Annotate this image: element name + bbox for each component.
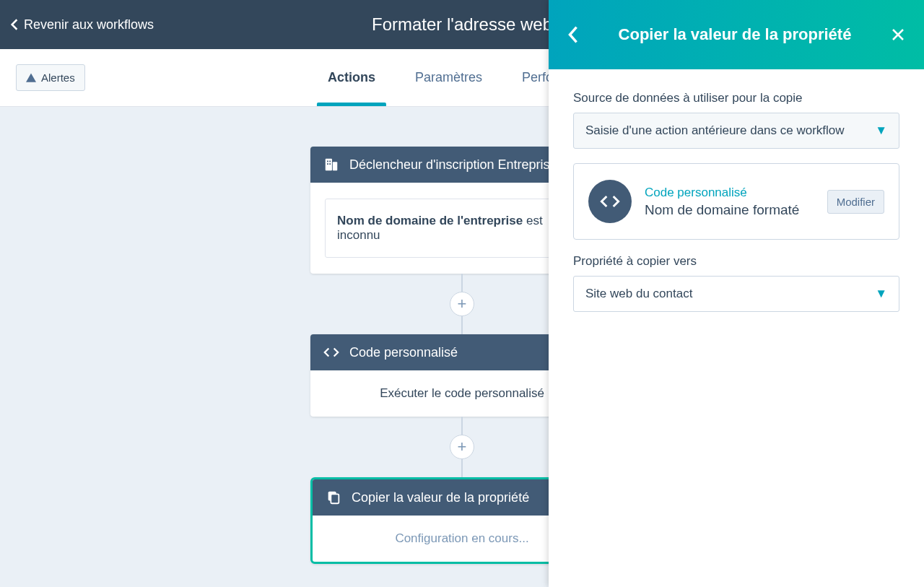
page-title: Formater l'adresse web — [372, 14, 552, 35]
chevron-left-icon — [10, 18, 19, 31]
target-select[interactable]: Site web du contact ▼ — [573, 276, 899, 312]
company-icon — [323, 157, 339, 173]
code-icon — [588, 180, 632, 223]
svg-rect-3 — [329, 161, 331, 162]
tab-settings[interactable]: Paramètres — [415, 49, 482, 106]
target-label: Propriété à copier vers — [573, 254, 899, 269]
alerts-label: Alertes — [41, 71, 75, 84]
code-icon — [323, 344, 339, 360]
svg-rect-5 — [329, 163, 331, 165]
alerts-button[interactable]: Alertes — [16, 64, 85, 91]
copy-icon — [326, 490, 341, 505]
target-value: Site web du contact — [585, 287, 692, 301]
add-action-button[interactable]: + — [450, 292, 474, 316]
add-action-button[interactable]: + — [450, 435, 474, 459]
tab-actions[interactable]: Actions — [328, 49, 375, 106]
source-sub: Nom de domaine formaté — [645, 202, 814, 218]
caret-down-icon: ▼ — [875, 287, 887, 301]
back-to-workflows-link[interactable]: Revenir aux workflows — [0, 17, 154, 32]
back-label: Revenir aux workflows — [24, 17, 154, 32]
source-link[interactable]: Code personnalisé — [645, 186, 814, 200]
source-label: Source de données à utiliser pour la cop… — [573, 91, 899, 105]
source-select[interactable]: Saisie d'une action antérieure dans ce w… — [573, 113, 899, 149]
panel-body: Source de données à utiliser pour la cop… — [549, 69, 924, 334]
copy-title: Copier la valeur de la propriété — [352, 490, 529, 505]
caret-down-icon: ▼ — [875, 123, 887, 138]
source-field: Source de données à utiliser pour la cop… — [573, 91, 899, 149]
target-field: Propriété à copier vers Site web du cont… — [573, 254, 899, 312]
svg-rect-2 — [327, 161, 328, 162]
panel-back-icon[interactable] — [567, 25, 579, 44]
warning-icon — [26, 73, 36, 82]
svg-rect-4 — [327, 163, 328, 165]
close-icon[interactable] — [891, 27, 905, 42]
source-value: Saisie d'une action antérieure dans ce w… — [585, 123, 845, 138]
panel-header: Copier la valeur de la propriété — [549, 0, 924, 69]
code-title: Code personnalisé — [349, 345, 458, 360]
svg-rect-7 — [331, 494, 339, 503]
trigger-title: Déclencheur d'inscription Entreprise — [349, 157, 557, 173]
modify-button[interactable]: Modifier — [827, 190, 884, 214]
side-panel: Copier la valeur de la propriété Source … — [549, 0, 924, 587]
source-text: Code personnalisé Nom de domaine formaté — [645, 186, 814, 218]
svg-rect-0 — [326, 159, 332, 171]
panel-title: Copier la valeur de la propriété — [596, 25, 873, 44]
source-card: Code personnalisé Nom de domaine formaté… — [573, 163, 899, 240]
svg-rect-1 — [333, 162, 337, 170]
